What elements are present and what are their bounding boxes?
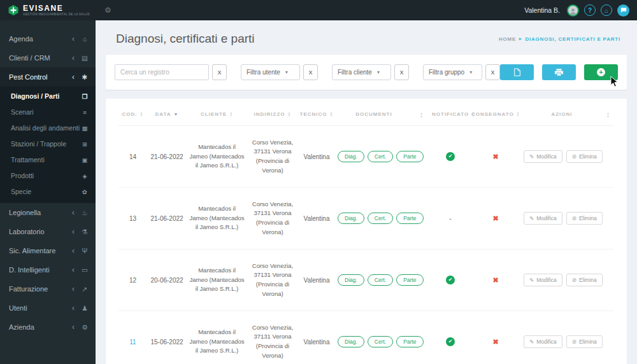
edit-button[interactable]: ✎Modifica: [524, 335, 562, 348]
edit-button[interactable]: ✎Modifica: [524, 274, 562, 286]
sidebar-item-sic-alimentare[interactable]: Sic. Alimentare ‹ Ψ: [0, 241, 96, 260]
gear-icon: ⚙: [80, 323, 89, 331]
submenu-item-stazioni-trappole[interactable]: Stazioni / Trappole ⊞: [0, 136, 96, 152]
column-header-documenti[interactable]: DOCUMENTI: [335, 102, 413, 126]
main-content: Diagnosi, certificati e parti HOME ▸ DIA…: [96, 20, 637, 364]
ban-icon: ⊘: [572, 277, 576, 283]
edit-icon: ✎: [529, 153, 534, 160]
submenu-item-specie[interactable]: Specie ✿: [0, 184, 96, 200]
sidebar-item-azienda[interactable]: Azienda ‹ ⚙: [0, 318, 96, 337]
user-filter-select[interactable]: Filtra utente ▾: [241, 64, 300, 80]
clear-user-filter-button[interactable]: X: [303, 64, 318, 80]
chevron-left-icon: ‹: [72, 36, 75, 42]
submenu-item-scenari[interactable]: Scenari ≡: [0, 104, 96, 120]
delete-button[interactable]: ⊘Elimina: [566, 212, 603, 225]
search-input[interactable]: [115, 64, 209, 80]
cert-button[interactable]: Cert.: [368, 151, 393, 162]
sidebar-item-utenti[interactable]: Utenti ‹ ♟: [0, 298, 96, 318]
plus-icon: +: [597, 68, 605, 76]
diag-button[interactable]: Diag.: [338, 336, 364, 347]
breadcrumb-home[interactable]: HOME: [499, 36, 516, 42]
parte-button[interactable]: Parte: [396, 336, 423, 347]
chat-button[interactable]: [617, 4, 629, 17]
record-address: Corso Venezia, 37131 Verona (Provincia d…: [247, 188, 298, 249]
home-button[interactable]: ⌂: [601, 4, 612, 16]
table-row: 13 21-06-2022 Mantecados il Jameo (Mante…: [118, 188, 614, 249]
caret-down-icon: ▾: [377, 69, 380, 75]
submenu-item-trattamenti[interactable]: Trattamenti ▣: [0, 152, 96, 168]
evisane-logo-icon: [8, 4, 19, 16]
sidebar: Agenda ‹ ⌂ Clienti / CRM ‹ ▤ Pest Contro…: [0, 20, 96, 364]
edit-icon: ✎: [529, 339, 534, 345]
app-window: EVISANE GESTIÓN MEDIOAMBIENTAL DE LA SAL…: [0, 0, 637, 364]
column-header-tecnico[interactable]: TECNICO▲▼: [298, 102, 335, 126]
table-row: 12 20-06-2022 Mantecados il Jameo (Mante…: [118, 249, 614, 311]
column-header-cod[interactable]: COD.▲▼: [118, 102, 147, 126]
record-date: 20-06-2022: [147, 249, 187, 311]
sort-desc-icon: ▼: [174, 112, 179, 116]
edit-button[interactable]: ✎Modifica: [524, 150, 562, 163]
column-header-consegnato[interactable]: CONSEGNATO▲▼: [470, 102, 521, 126]
diag-button[interactable]: Diag.: [338, 151, 364, 162]
clear-client-filter-button[interactable]: X: [394, 64, 409, 80]
sidebar-item-pest-control[interactable]: Pest Control ‹ ✱: [0, 67, 96, 87]
submenu-item-analisi-andamenti[interactable]: Analisi degli andamenti ▦: [0, 120, 96, 136]
sidebar-item-legionella[interactable]: Legionella ‹ ♨: [0, 203, 96, 222]
help-button[interactable]: ?: [584, 4, 596, 16]
ban-icon: ⊘: [572, 339, 576, 345]
gear-icon[interactable]: ⚙: [104, 6, 111, 15]
client-filter-select[interactable]: Filtra cliente ▾: [332, 64, 391, 80]
file-icon: [514, 68, 520, 76]
cert-button[interactable]: Cert.: [368, 336, 393, 347]
parte-button[interactable]: Parte: [396, 151, 423, 162]
diag-button[interactable]: Diag.: [338, 274, 364, 286]
export-button[interactable]: [500, 64, 534, 80]
column-header-data[interactable]: DATA▼: [147, 102, 187, 126]
column-header-cliente[interactable]: CLIENTE▲▼: [187, 102, 247, 126]
record-code: 12: [118, 249, 147, 311]
submenu-item-diagnosi-parti[interactable]: Diagnosi / Parti ❐: [0, 88, 96, 104]
record-code-link[interactable]: 11: [129, 339, 136, 346]
column-header-unnamed[interactable]: ▲▼: [603, 102, 614, 126]
column-header-notificato[interactable]: NOTIFICATO▲▼: [431, 102, 470, 126]
parte-button[interactable]: Parte: [396, 213, 423, 224]
print-button[interactable]: [542, 64, 576, 80]
sidebar-item-clienti-crm[interactable]: Clienti / CRM ‹ ▤: [0, 48, 96, 67]
group-filter-select[interactable]: Filtra gruppo ▾: [423, 64, 482, 80]
sidebar-item-fatturazione[interactable]: Fatturazione ‹ ↗: [0, 279, 96, 298]
sidebar-item-laboratorio[interactable]: Laboratorio ‹ ⚗: [0, 222, 96, 241]
clear-group-filter-button[interactable]: X: [485, 64, 500, 80]
person-icon: [569, 7, 577, 15]
products-box-icon: ◈: [80, 172, 89, 179]
page-title: Diagnosi, certificati e parti: [116, 32, 255, 46]
delete-button[interactable]: ⊘Elimina: [566, 274, 603, 286]
sort-icon: ▲▼: [517, 111, 520, 117]
brand-logo[interactable]: EVISANE GESTIÓN MEDIOAMBIENTAL DE LA SAL…: [8, 4, 96, 16]
clear-search-button[interactable]: X: [212, 64, 227, 80]
edit-button[interactable]: ✎Modifica: [524, 212, 562, 225]
record-client: Mantecados il Jameo (Mantecados il Jameo…: [187, 126, 247, 188]
column-header-indirizzo[interactable]: INDIRIZZO▲▼: [247, 102, 298, 126]
diag-button[interactable]: Diag.: [338, 213, 364, 224]
user-icon: ♟: [80, 304, 89, 312]
delete-button[interactable]: ⊘Elimina: [566, 150, 603, 163]
list-icon: ≡: [80, 109, 89, 116]
sidebar-item-agenda[interactable]: Agenda ‹ ⌂: [0, 29, 96, 48]
cert-button[interactable]: Cert.: [368, 213, 393, 224]
parte-button[interactable]: Parte: [396, 274, 423, 286]
user-name[interactable]: Valentina B.: [524, 6, 560, 14]
record-date: 15-06-2022: [147, 311, 187, 364]
avatar[interactable]: [567, 4, 579, 17]
notified-check-icon: ✔: [446, 337, 455, 346]
topbar-right: Valentina B. ? ⌂: [524, 4, 629, 17]
submenu-item-prodotti[interactable]: Prodotti ◈: [0, 168, 96, 184]
sidebar-item-d-intelligenti[interactable]: D. Intelligenti ‹ ▭: [0, 260, 96, 279]
delete-button[interactable]: ⊘Elimina: [566, 335, 603, 348]
chevron-left-icon: ‹: [72, 305, 75, 311]
cert-button[interactable]: Cert.: [368, 274, 393, 286]
column-header-unnamed[interactable]: ▲▼: [413, 102, 431, 126]
stations-grid-icon: ⊞: [80, 141, 89, 148]
top-bar: EVISANE GESTIÓN MEDIOAMBIENTAL DE LA SAL…: [0, 0, 637, 20]
breadcrumb-current: DIAGNOSI, CERTIFICATI E PARTI: [525, 36, 620, 42]
calendar-icon: ⌂: [80, 35, 89, 43]
